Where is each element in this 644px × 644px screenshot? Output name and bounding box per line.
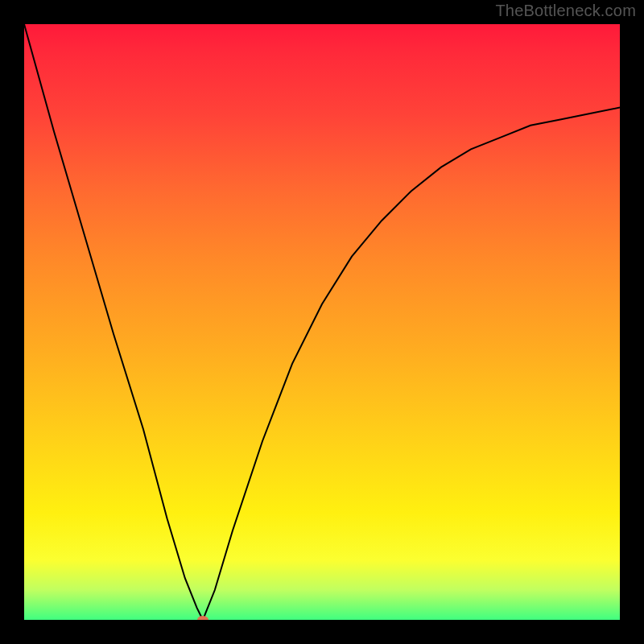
watermark-text: TheBottleneck.com <box>495 2 636 20</box>
minimum-marker <box>197 616 208 620</box>
curve-right-branch <box>203 108 620 620</box>
plot-area <box>24 24 620 620</box>
chart-frame: TheBottleneck.com <box>0 0 644 644</box>
bottleneck-curve <box>24 24 620 620</box>
curve-left-branch <box>24 24 203 620</box>
